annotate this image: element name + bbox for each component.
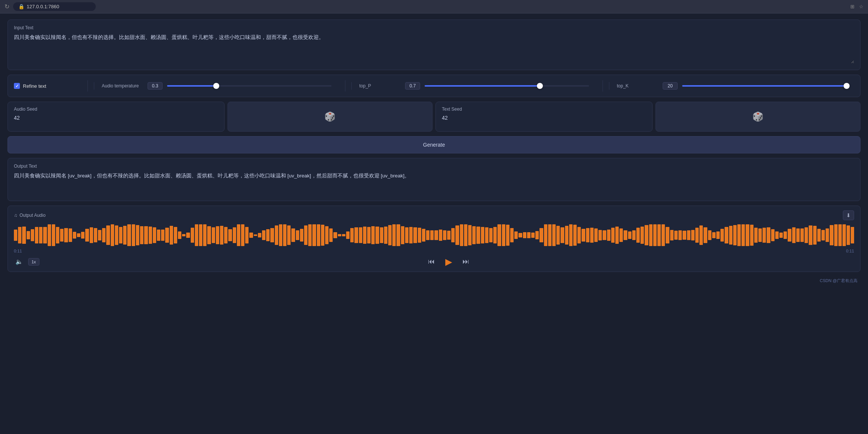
waveform-bar	[497, 224, 501, 246]
waveform-bar	[720, 229, 724, 242]
waveform-bar	[451, 228, 455, 242]
waveform-bar	[212, 227, 215, 243]
waveform-bar	[683, 231, 686, 240]
playback-center: ⏮ ▶ ⏭	[43, 256, 854, 267]
output-text-panel: Output Text	[8, 158, 860, 201]
waveform-bar	[233, 227, 236, 243]
waveform-bar	[207, 226, 211, 244]
waveform-bar	[598, 230, 602, 240]
waveform-bar	[607, 230, 610, 240]
top-p-thumb[interactable]	[537, 83, 543, 89]
forward-button[interactable]: ⏭	[460, 256, 472, 267]
playback-controls: 🔈 1x ⏮ ▶ ⏭	[14, 256, 854, 267]
play-button[interactable]: ▶	[445, 257, 452, 267]
waveform-bar	[178, 231, 181, 239]
waveform-bar	[552, 224, 556, 246]
waveform-bar	[699, 225, 703, 245]
volume-button[interactable]: 🔈	[14, 257, 24, 267]
generate-button[interactable]: Generate	[8, 136, 860, 153]
text-seed-input[interactable]	[442, 115, 646, 121]
time-end: 0:11	[846, 249, 854, 253]
waveform-bar	[514, 231, 518, 239]
waveform-bar	[115, 225, 118, 245]
waveform-bar	[52, 224, 55, 246]
waveform-bar	[842, 224, 846, 246]
waveform-bar	[422, 229, 425, 241]
audio-temperature-track	[167, 85, 332, 87]
waveform-bar	[800, 228, 804, 242]
waveform-bar	[48, 224, 51, 246]
waveform-bar	[418, 228, 421, 243]
waveform-bar	[245, 227, 249, 243]
waveform-bar	[254, 234, 257, 236]
waveform-bar	[430, 230, 434, 240]
audio-temperature-slider-wrapper	[167, 82, 332, 90]
output-text-area[interactable]	[14, 172, 854, 194]
text-seed-panel: Text Seed	[436, 102, 653, 132]
refine-text-label: Refine text	[23, 83, 46, 89]
waveform-bar	[22, 227, 26, 244]
address-bar[interactable]: 🔒 127.0.0.1:7860	[13, 2, 96, 11]
waveform-bar	[775, 231, 779, 239]
input-text-area[interactable]	[14, 33, 854, 63]
top-p-label: top_P	[359, 83, 401, 89]
waveform-display[interactable]	[14, 224, 854, 246]
waveform-bar	[119, 227, 122, 243]
waveform-bar	[645, 225, 648, 245]
waveform-bar	[603, 230, 606, 240]
waveform-bar	[401, 226, 404, 244]
waveform-bar	[69, 228, 72, 242]
waveform-bar	[485, 227, 488, 243]
waveform-bar	[195, 224, 198, 246]
waveform-bar	[409, 227, 413, 243]
output-text-label: Output Text	[14, 164, 854, 169]
waveform-bar	[325, 226, 329, 244]
waveform-bar	[64, 228, 68, 242]
speed-button[interactable]: 1x	[28, 258, 39, 266]
waveform-bar	[733, 225, 737, 245]
translate-icon[interactable]: ⊞	[850, 4, 854, 9]
text-seed-dice-button[interactable]: 🎲	[656, 102, 860, 132]
waveform-bar	[767, 227, 770, 243]
waveform-bar	[308, 224, 312, 246]
audio-seed-input[interactable]	[14, 115, 218, 121]
audio-title: ♫ Output Audio	[14, 213, 45, 218]
waveform-bar	[165, 228, 169, 243]
waveform-bar	[594, 228, 598, 242]
waveform-bar	[666, 227, 669, 244]
output-audio-label: Output Audio	[20, 213, 45, 218]
audio-seed-dice-button[interactable]: 🎲	[228, 102, 432, 132]
waveform-bar	[468, 225, 472, 246]
waveform-bar	[788, 229, 791, 242]
rewind-button[interactable]: ⏮	[425, 256, 438, 267]
download-button[interactable]: ⬇	[843, 210, 854, 220]
controls-row: Refine text Audio temperature 0.3 top_P …	[8, 75, 860, 97]
waveform-bar	[123, 226, 127, 244]
waveform-bar	[191, 228, 194, 242]
waveform-bar	[367, 227, 371, 244]
waveform-bar	[170, 226, 173, 245]
top-p-slider-wrapper	[425, 82, 589, 90]
waveform-bar	[535, 231, 539, 239]
refresh-icon[interactable]: ↻	[5, 3, 9, 10]
waveform-bar	[746, 224, 749, 246]
waveform-bar	[258, 233, 261, 237]
waveform-bar	[333, 232, 337, 239]
main-content: Input Text Refine text Audio temperature…	[0, 14, 868, 291]
waveform-bar	[60, 229, 63, 242]
top-k-thumb[interactable]	[844, 83, 850, 89]
refine-text-checkbox[interactable]	[14, 83, 20, 89]
waveform-bar	[392, 224, 396, 246]
waveform-bar	[611, 228, 615, 243]
footer: CSDN @广君有点高	[8, 276, 860, 285]
url-security-icon: 🔒	[18, 4, 24, 9]
audio-temperature-thumb[interactable]	[213, 83, 219, 89]
waveform-bar	[249, 233, 253, 238]
audio-temperature-fill	[167, 85, 216, 87]
waveform-bar	[237, 224, 240, 246]
waveform-bar	[632, 230, 636, 240]
waveform-bar	[182, 234, 185, 236]
waveform-bar	[270, 228, 274, 243]
waveform-bar	[304, 225, 307, 245]
star-icon[interactable]: ☆	[859, 4, 863, 9]
